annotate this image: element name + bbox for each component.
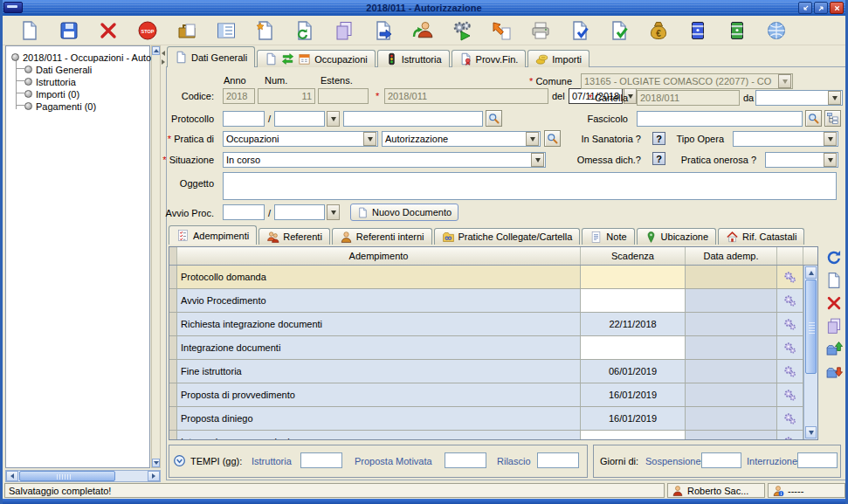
tree-handle-icon[interactable] — [24, 66, 32, 73]
protocollo-anno-field[interactable] — [274, 111, 325, 127]
print-button[interactable] — [529, 19, 551, 42]
tree-item-importi[interactable]: Importi (0) — [24, 88, 79, 100]
table-row[interactable]: Avvio Procedimento — [169, 289, 817, 313]
pratica-onerosa-combo[interactable] — [765, 152, 838, 168]
combo-arrow-button[interactable] — [531, 153, 544, 167]
paste-document-button[interactable] — [176, 19, 197, 42]
table-row[interactable]: Richiesta integrazione documenti22/11/20… — [169, 313, 817, 336]
comune-combo[interactable]: 13165 - OLGIATE COMASCO (22077) - CO — [581, 73, 793, 89]
title-bar[interactable]: 2018/011 - Autorizzazione — [0, 0, 848, 16]
pratica-oggetto-combo[interactable]: Autorizzazione — [382, 131, 541, 147]
delete-button[interactable] — [97, 19, 119, 42]
table-row[interactable]: Proposta di provvedimento16/01/2019 — [169, 383, 817, 407]
subtab-referenti[interactable]: Referenti — [259, 228, 330, 245]
interruzione-field[interactable] — [797, 452, 838, 468]
approve-document-button[interactable] — [608, 19, 630, 42]
tab-occupazioni[interactable]: Occupazioni — [257, 50, 376, 67]
status-session[interactable]: ----- — [768, 483, 845, 498]
cartella-field[interactable]: 2018/011 — [637, 90, 740, 106]
situazione-combo[interactable]: In corso — [223, 152, 546, 168]
scroll-right-button[interactable] — [148, 471, 160, 481]
tree-item-pagamenti[interactable]: Pagamenti (0) — [24, 100, 96, 112]
avvio-anno-field[interactable] — [274, 204, 325, 220]
tempi-istruttoria-field[interactable] — [300, 452, 342, 468]
nuovo-documento-button[interactable]: Nuovo Documento — [350, 204, 458, 221]
protocollo-anno-dropdown-button[interactable] — [327, 111, 340, 127]
protocollo-desc-field[interactable] — [343, 111, 483, 127]
omessa-dich-question-button[interactable]: ? — [652, 152, 665, 165]
row-action-button[interactable] — [777, 289, 803, 312]
avvio-num-field[interactable] — [223, 204, 265, 220]
table-delete-row-button[interactable] — [824, 293, 845, 313]
tab-dati-generali[interactable]: Dati Generali — [167, 46, 255, 67]
combo-arrow-button[interactable] — [778, 74, 791, 88]
combo-arrow-button[interactable] — [824, 153, 837, 167]
table-refresh-button[interactable] — [824, 248, 845, 267]
close-button[interactable] — [830, 2, 844, 14]
combo-arrow-button[interactable] — [526, 132, 539, 146]
anno-field[interactable]: 2018 — [223, 88, 255, 104]
combo-arrow-button[interactable] — [363, 132, 376, 146]
restore-button[interactable] — [798, 2, 812, 14]
row-action-button[interactable] — [777, 336, 803, 359]
column-header-scadenza[interactable]: Scadenza — [581, 247, 686, 265]
protocollo-num-field[interactable] — [223, 111, 265, 127]
scroll-up-button[interactable] — [805, 266, 817, 279]
tree-handle-icon[interactable] — [24, 102, 32, 110]
tipo-opera-combo[interactable] — [733, 131, 838, 147]
scrollbar-thumb[interactable] — [805, 280, 817, 374]
subtab-note[interactable]: Note — [582, 228, 634, 245]
scroll-up-button[interactable] — [152, 46, 160, 55]
da-combo[interactable] — [755, 90, 843, 106]
estens-field[interactable] — [318, 88, 369, 104]
table-import-button[interactable] — [824, 339, 845, 358]
save-button[interactable] — [58, 19, 79, 42]
table-new-row-button[interactable] — [824, 271, 845, 290]
table-row[interactable]: Integrazione documenti — [169, 336, 817, 360]
tree-root[interactable]: 2018/011 - Occupazioni - Auto — [11, 52, 151, 63]
new-version-button[interactable] — [254, 19, 276, 42]
web-button[interactable] — [765, 19, 787, 42]
collapse-left-icon[interactable] — [162, 51, 165, 56]
combo-arrow-button[interactable] — [828, 91, 841, 105]
copy-document-button[interactable] — [333, 19, 355, 42]
tree-handle-icon[interactable] — [11, 53, 19, 61]
column-header-data-ademp[interactable]: Data ademp. — [686, 247, 777, 265]
maximize-button[interactable] — [814, 2, 828, 14]
tab-provv-fin[interactable]: Provv.Fin. — [452, 50, 527, 67]
fascicolo-field[interactable] — [637, 111, 803, 127]
tree-view-button[interactable] — [215, 19, 237, 42]
protocollo-search-button[interactable] — [486, 110, 502, 127]
send-document-button[interactable] — [490, 19, 512, 42]
table-copy-row-button[interactable] — [824, 316, 845, 335]
scroll-left-button[interactable] — [6, 471, 18, 481]
row-action-button[interactable] — [777, 313, 803, 335]
column-header-adempimento[interactable]: Adempimento — [177, 247, 581, 265]
row-action-button[interactable] — [777, 360, 803, 383]
row-action-button[interactable] — [777, 266, 803, 288]
new-document-button[interactable] — [18, 19, 40, 42]
tree-item-dati-generali[interactable]: Dati Generali — [24, 64, 92, 75]
scroll-down-button[interactable] — [805, 426, 817, 438]
row-action-button[interactable] — [777, 431, 803, 440]
run-process-button[interactable] — [451, 19, 472, 42]
tempi-collapse-button[interactable] — [173, 454, 186, 469]
refresh-document-button[interactable] — [293, 19, 315, 42]
scroll-down-button[interactable] — [152, 459, 160, 467]
subtab-ubicazione[interactable]: Ubicazione — [637, 228, 716, 245]
subtab-pratiche-collegate[interactable]: Pratiche Collegate/Cartella — [434, 228, 581, 245]
subtab-adempimenti[interactable]: Adempimenti — [169, 225, 257, 245]
user-transfer-button[interactable] — [411, 19, 433, 42]
archive-green-button[interactable] — [726, 19, 748, 42]
tree-handle-icon[interactable] — [24, 78, 32, 86]
subtab-rif-catastali[interactable]: Rif. Catastali — [718, 228, 804, 245]
table-export-button[interactable] — [824, 362, 845, 381]
verify-document-button[interactable] — [569, 19, 590, 42]
tempi-rilascio-field[interactable] — [537, 452, 579, 468]
status-user[interactable]: Roberto Sac... — [667, 483, 765, 498]
pratica-search-button[interactable] — [544, 130, 561, 147]
fascicolo-tree-button[interactable] — [824, 110, 841, 127]
archive-blue-button[interactable] — [686, 19, 708, 42]
in-sanatoria-question-button[interactable]: ? — [652, 132, 665, 145]
table-row[interactable]: Integrazione osservazioni — [169, 431, 817, 440]
